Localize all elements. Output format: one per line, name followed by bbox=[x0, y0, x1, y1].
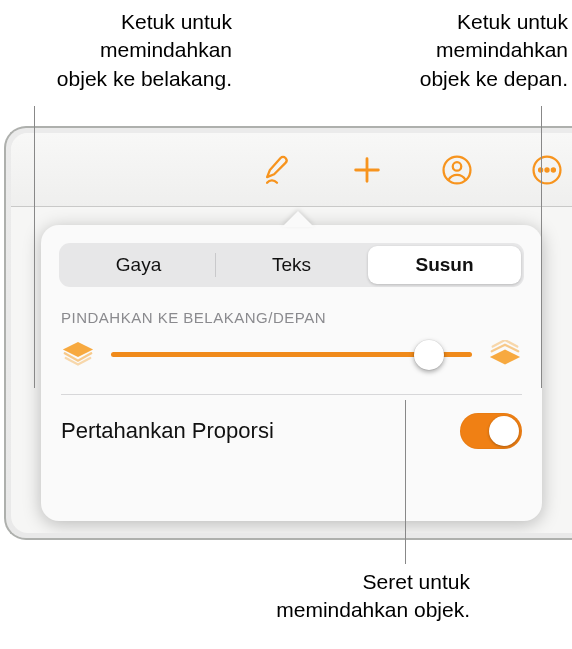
leader-line bbox=[541, 106, 542, 388]
keep-proportions-row: Pertahankan Proporsi bbox=[61, 413, 522, 449]
format-tabs: Gaya Teks Susun bbox=[59, 243, 524, 287]
tab-gaya[interactable]: Gaya bbox=[62, 246, 215, 284]
plus-icon bbox=[350, 153, 384, 187]
collaborate-button[interactable] bbox=[436, 149, 478, 191]
tab-susun[interactable]: Susun bbox=[368, 246, 521, 284]
keep-proportions-toggle[interactable] bbox=[460, 413, 522, 449]
bring-to-front-button[interactable] bbox=[488, 340, 522, 368]
popover-arrow bbox=[282, 211, 314, 227]
layer-order-slider[interactable] bbox=[111, 340, 472, 368]
format-brush-button[interactable] bbox=[256, 149, 298, 191]
app-toolbar bbox=[11, 133, 572, 207]
svg-point-1 bbox=[453, 162, 462, 171]
insert-button[interactable] bbox=[346, 149, 388, 191]
callout-move-back: Ketuk untuk memindahkan objek ke belakan… bbox=[22, 8, 232, 93]
app-window: Gaya Teks Susun Pindahkan ke Belakang/De… bbox=[11, 133, 572, 533]
svg-point-4 bbox=[545, 168, 548, 171]
person-plus-icon bbox=[440, 153, 474, 187]
more-button[interactable] bbox=[526, 149, 568, 191]
brush-icon bbox=[260, 153, 294, 187]
layers-back-icon bbox=[61, 340, 95, 366]
device-frame: Gaya Teks Susun Pindahkan ke Belakang/De… bbox=[4, 126, 572, 540]
layers-front-icon bbox=[488, 340, 522, 366]
tab-label: Susun bbox=[415, 254, 473, 276]
callout-move-front: Ketuk untuk memindahkan objek ke depan. bbox=[328, 8, 568, 93]
callout-drag-slider: Seret untuk memindahkan objek. bbox=[170, 568, 470, 625]
leader-line bbox=[405, 400, 406, 564]
send-to-back-button[interactable] bbox=[61, 340, 95, 368]
format-popover: Gaya Teks Susun Pindahkan ke Belakang/De… bbox=[41, 225, 542, 521]
slider-thumb[interactable] bbox=[414, 340, 444, 370]
layer-order-row bbox=[61, 340, 522, 368]
tab-teks[interactable]: Teks bbox=[215, 246, 368, 284]
divider bbox=[61, 394, 522, 395]
section-header: Pindahkan ke Belakang/Depan bbox=[61, 309, 522, 326]
keep-proportions-label: Pertahankan Proporsi bbox=[61, 418, 274, 444]
leader-line bbox=[34, 106, 35, 388]
ellipsis-icon bbox=[530, 153, 564, 187]
tab-label: Teks bbox=[272, 254, 311, 276]
tab-label: Gaya bbox=[116, 254, 161, 276]
svg-point-5 bbox=[552, 168, 555, 171]
toggle-knob bbox=[489, 416, 519, 446]
